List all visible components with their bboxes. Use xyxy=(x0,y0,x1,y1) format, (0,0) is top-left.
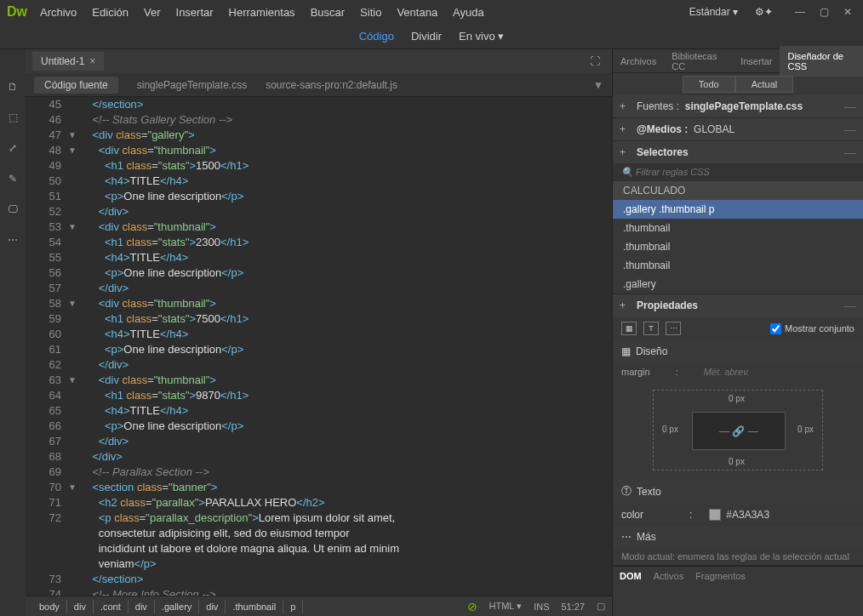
code-line[interactable]: 50 <h4>TITLE</h4> xyxy=(26,174,612,189)
code-line[interactable]: 55 <h4>TITLE</h4> xyxy=(26,250,612,265)
media-header[interactable]: + @Medios : GLOBAL — xyxy=(613,118,863,140)
breadcrumb-item[interactable]: .gallery xyxy=(155,600,199,613)
margin-row[interactable]: margin:Mét. abrev. xyxy=(613,362,863,381)
expand-panel-icon[interactable]: ⛶ xyxy=(585,54,605,69)
mode-current[interactable]: Actual xyxy=(735,76,794,93)
plus-icon[interactable]: + xyxy=(620,123,632,135)
mode-all[interactable]: Todo xyxy=(683,76,735,93)
expand-icon[interactable]: ⤢ xyxy=(5,140,20,156)
code-line[interactable]: 64 <h1 class="stats">9870</h1> xyxy=(26,388,612,403)
plus-icon[interactable]: + xyxy=(620,146,632,158)
filter-selectors-input[interactable]: 🔍 Filtrar reglas CSS xyxy=(613,163,863,181)
code-line[interactable]: 60 <h4>TITLE</h4> xyxy=(26,327,612,342)
more-cat-icon[interactable]: ⋯ xyxy=(666,322,681,335)
code-line[interactable]: 49 <h1 class="stats">1500</h1> xyxy=(26,158,612,174)
code-line[interactable]: 54 <h1 class="stats">2300</h1> xyxy=(26,235,612,250)
code-line[interactable]: 69 <!-- Parallax Section --> xyxy=(26,465,612,480)
insert-mode[interactable]: INS xyxy=(534,602,549,612)
related-file[interactable]: singlePageTemplate.css xyxy=(137,79,247,91)
breadcrumb-item[interactable]: .thumbnail xyxy=(226,600,283,613)
selector-item[interactable]: .gallery xyxy=(613,275,863,294)
breadcrumb-item[interactable]: .cont xyxy=(94,600,129,613)
code-line[interactable]: 56 <p>One line description</p> xyxy=(26,265,612,281)
sources-header[interactable]: + Fuentes : singlePageTemplate.css — xyxy=(613,95,863,117)
breadcrumb-item[interactable]: div xyxy=(129,600,155,613)
document-tab[interactable]: Untitled-1× xyxy=(32,52,104,71)
bottom-tab[interactable]: DOM xyxy=(620,571,642,581)
lang-indicator[interactable]: HTML ▾ xyxy=(489,601,523,612)
menu-edición[interactable]: Edición xyxy=(92,6,129,19)
view-split[interactable]: Dividir xyxy=(411,30,442,43)
text-cat-icon[interactable]: T xyxy=(643,322,659,335)
code-editor[interactable]: 45 </section>46 <!-- Stats Gallery Secti… xyxy=(26,97,612,596)
breadcrumb-item[interactable]: p xyxy=(283,600,303,613)
code-line[interactable]: 46 <!-- Stats Gallery Section --> xyxy=(26,112,612,128)
code-line[interactable]: 51 <p>One line description</p> xyxy=(26,189,612,204)
box-model[interactable]: 0 px 0 px 0 px 0 px — 🔗 — xyxy=(613,381,863,479)
code-line[interactable]: incididunt ut labore et dolore magna ali… xyxy=(26,541,612,556)
menu-sitio[interactable]: Sitio xyxy=(360,6,381,19)
manage-icon[interactable]: ⬚ xyxy=(5,110,20,125)
workspace-selector[interactable]: Estándar ▾ xyxy=(683,4,745,20)
panel-tab[interactable]: Diseñador de CSS xyxy=(780,46,863,77)
source-code-tab[interactable]: Código fuente xyxy=(34,77,118,94)
close-button[interactable]: ✕ xyxy=(839,5,856,19)
bottom-tab[interactable]: Fragmentos xyxy=(695,571,746,581)
link-icon[interactable]: — 🔗 — xyxy=(719,425,758,437)
code-line[interactable]: 61 <p>One line description</p> xyxy=(26,342,612,357)
view-code[interactable]: Código xyxy=(359,30,394,43)
code-line[interactable]: 65 <h4>TITLE</h4> xyxy=(26,403,612,419)
menu-buscar[interactable]: Buscar xyxy=(311,6,345,19)
menu-ayuda[interactable]: Ayuda xyxy=(453,6,484,19)
show-set-checkbox[interactable] xyxy=(770,323,781,334)
code-line[interactable]: 63▼ <div class="thumbnail"> xyxy=(26,373,612,388)
color-row[interactable]: color: #A3A3A3 xyxy=(613,504,863,526)
menu-ver[interactable]: Ver xyxy=(144,6,161,19)
menu-insertar[interactable]: Insertar xyxy=(176,6,214,19)
comment-icon[interactable]: 🖵 xyxy=(5,202,20,217)
code-line[interactable]: consectetur adipisicing elit, sed do eiu… xyxy=(26,526,612,541)
panel-tab[interactable]: Archivos xyxy=(613,51,664,71)
code-line[interactable]: 74 <!-- More Info Section --> xyxy=(26,587,612,596)
code-line[interactable]: 71 <h2 class="parallax">PARALLAX HERO</h… xyxy=(26,495,612,510)
plus-icon[interactable]: + xyxy=(620,299,632,311)
layout-cat-icon[interactable]: ▦ xyxy=(621,322,637,335)
properties-header[interactable]: + Propiedades — xyxy=(613,294,863,317)
remove-icon[interactable]: — xyxy=(844,123,856,136)
menu-archivo[interactable]: Archivo xyxy=(40,6,77,19)
wand-icon[interactable]: ✎ xyxy=(5,171,20,186)
remove-icon[interactable]: — xyxy=(844,100,856,113)
code-line[interactable]: 59 <h1 class="stats">7500</h1> xyxy=(26,311,612,327)
code-line[interactable]: 53▼ <div class="thumbnail"> xyxy=(26,220,612,235)
code-line[interactable]: 73 </section> xyxy=(26,572,612,587)
file-icon[interactable]: 🗋 xyxy=(5,79,20,94)
menu-herramientas[interactable]: Herramientas xyxy=(229,6,295,19)
panel-tab[interactable]: Bibliotecas CC xyxy=(664,46,733,77)
more-icon[interactable]: ⋯ xyxy=(5,232,20,248)
breadcrumb-item[interactable]: body xyxy=(32,600,67,613)
code-line[interactable]: 58▼ <div class="thumbnail"> xyxy=(26,296,612,311)
color-swatch[interactable] xyxy=(709,509,721,521)
remove-icon[interactable]: — xyxy=(844,145,856,159)
panel-tab[interactable]: Insertar xyxy=(733,51,780,71)
remove-icon[interactable]: — xyxy=(844,299,856,312)
filter-icon[interactable]: ▼ xyxy=(593,79,603,91)
code-line[interactable]: 57 </div> xyxy=(26,281,612,296)
close-tab-icon[interactable]: × xyxy=(89,55,95,67)
plus-icon[interactable]: + xyxy=(620,100,632,112)
code-line[interactable]: 47▼ <div class="gallery"> xyxy=(26,128,612,143)
code-line[interactable]: 72 <p class="parallax_description">Lorem… xyxy=(26,510,612,526)
menu-ventana[interactable]: Ventana xyxy=(397,6,437,19)
view-live[interactable]: En vivo ▾ xyxy=(459,30,504,43)
breadcrumb-item[interactable]: div xyxy=(199,600,226,613)
code-line[interactable]: 67 </div> xyxy=(26,434,612,449)
selector-item[interactable]: .thumbnail xyxy=(613,219,863,237)
minimize-button[interactable]: — xyxy=(792,5,809,19)
selector-item[interactable]: .gallery .thumbnail p xyxy=(613,200,863,219)
sync-settings-icon[interactable]: ⚙✦ xyxy=(755,6,773,18)
selectors-header[interactable]: + Selectores — xyxy=(613,141,863,163)
selector-item[interactable]: .thumbnail xyxy=(613,237,863,256)
code-line[interactable]: veniam</p> xyxy=(26,556,612,572)
selector-item[interactable]: .thumbnail xyxy=(613,256,863,275)
overflow-icon[interactable]: ▢ xyxy=(597,601,605,612)
